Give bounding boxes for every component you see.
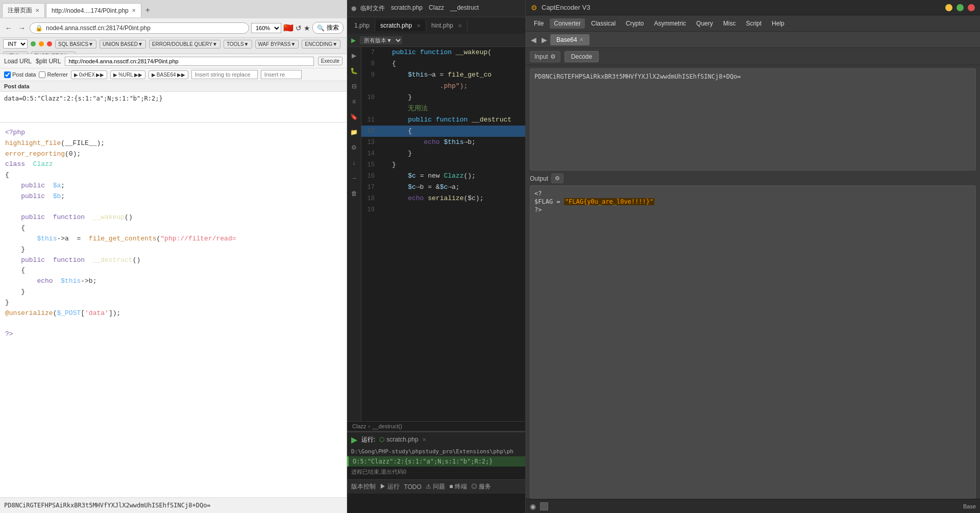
sidebar-bookmark-icon[interactable]: 🔖 (349, 111, 360, 123)
browser-tab-1[interactable]: 注册页面 ✕ (2, 3, 45, 17)
sidebar-delete-icon[interactable]: 🗑 (349, 188, 360, 199)
minimize-button[interactable] (945, 4, 952, 11)
toolbar-row: INT SQL BASICS▼ UNION BASED▼ ERROR/DOUBL… (0, 38, 347, 54)
run-path: D:\Gong\PHP-study\phpstudy_pro\Extension… (347, 447, 525, 456)
sidebar-align-icon[interactable]: ≡ (349, 96, 360, 107)
scratch-tab-close[interactable]: ✕ (416, 23, 421, 29)
tabs-prev-button[interactable]: ◀ (529, 35, 538, 45)
union-based-btn[interactable]: UNION BASED▼ (100, 40, 146, 48)
menu-script[interactable]: Script (742, 18, 766, 29)
ide-header: ⬢ 临时文件 scratch.php Clazz __destruct (347, 0, 525, 17)
star-button[interactable]: ★ (304, 24, 310, 32)
post-data-checkbox[interactable] (4, 71, 11, 78)
ide-bottom-nav-tabs: 版本控制 ▶ 运行 TODO ⚠ 问题 ■ 终端 ◎ 服务 (347, 479, 525, 494)
output-settings-button[interactable]: ⚙ (551, 174, 564, 183)
issues-tab[interactable]: ⚠ 问题 (426, 482, 445, 491)
hint-tab-close[interactable]: ✕ (458, 23, 462, 29)
sidebar-run-icon[interactable]: ▶ (349, 50, 360, 61)
replace-string-input[interactable] (191, 70, 258, 79)
url-encode-button[interactable]: ▶ %URL ▶▶ (110, 70, 145, 79)
ide-tab-1php[interactable]: 1.php (349, 20, 375, 31)
sidebar-settings-icon[interactable]: ⚙ (349, 142, 360, 153)
encoding-btn[interactable]: ENCODING▼ (302, 40, 340, 48)
tabs-next-button[interactable]: ▶ (540, 35, 549, 45)
new-tab-button[interactable]: + (142, 5, 153, 16)
forward-button[interactable]: → (16, 23, 28, 33)
menu-file[interactable]: File (530, 18, 548, 29)
error-query-btn[interactable]: ERROR/DOUBLE QUERY▼ (149, 40, 220, 48)
ide-menu-clazz[interactable]: Clazz (429, 4, 444, 13)
menu-crypto[interactable]: Crypto (622, 18, 648, 29)
output-line-1: <? (534, 190, 971, 197)
sidebar-split-icon[interactable]: ⊟ (349, 81, 360, 92)
browser-tab-2[interactable]: http://node4....174/P0int.php ✕ (46, 3, 141, 17)
tools-btn[interactable]: TOOLS▼ (224, 40, 252, 48)
zoom-select[interactable]: 160% (251, 23, 281, 33)
sidebar-debug-icon[interactable]: 🐛 (349, 65, 360, 77)
version-select[interactable]: 所有版本▼ (360, 36, 402, 44)
run-tab[interactable]: 运行: (361, 435, 375, 444)
todo-tab[interactable]: TODO (404, 483, 421, 491)
menu-classical[interactable]: Classical (587, 18, 620, 29)
tab2-close[interactable]: ✕ (132, 8, 136, 13)
sidebar-arrow-icon[interactable]: → (349, 173, 360, 184)
split-url-label[interactable]: $plit URL (36, 58, 61, 65)
status-icon-1[interactable]: ◉ (530, 502, 536, 510)
menu-misc[interactable]: Misc (719, 18, 740, 29)
menu-asymmetric[interactable]: Asymmetric (650, 18, 690, 29)
output-gear-icon: ⚙ (555, 175, 560, 182)
hex-arrow-icon: ▶ (74, 72, 78, 78)
0xhex-button[interactable]: ▶ 0xHEX ▶▶ (71, 70, 107, 79)
code-line-14: { (5, 265, 341, 276)
url-arrow-icon: ▶ (113, 72, 117, 78)
post-data-textarea[interactable] (0, 92, 347, 123)
menu-query[interactable]: Query (692, 18, 717, 29)
tab1-label: 注册页面 (8, 6, 32, 15)
post-options-row: Post data Referrer ▶ 0xHEX ▶▶ ▶ %URL ▶▶ … (0, 68, 347, 81)
refresh-button[interactable]: ↺ (296, 24, 302, 32)
post-data-checkbox-label[interactable]: Post data (4, 71, 36, 78)
encoder-panel: ⚙ CaptEncoder V3 File Converter Classica… (526, 0, 980, 513)
run-tab-main[interactable]: ▶ 运行 (380, 482, 400, 491)
close-button[interactable] (968, 4, 975, 11)
ide-tab-scratch[interactable]: scratch.php ✕ (375, 20, 426, 31)
sidebar-download-icon[interactable]: ↓ (349, 157, 360, 168)
waf-bypass-btn[interactable]: WAF BYPASS▼ (255, 40, 299, 48)
menu-help[interactable]: Help (768, 18, 789, 29)
encoder-app-icon: ⚙ (531, 4, 537, 12)
menu-converter[interactable]: Converter (550, 18, 585, 29)
sidebar-folder-icon[interactable]: 📁 (349, 127, 360, 138)
browser-panel: 注册页面 ✕ http://node4....174/P0int.php ✕ +… (0, 0, 347, 513)
encoder-tabs-bar: ◀ ▶ Base64 ✕ (526, 32, 980, 48)
ide-tab-hint[interactable]: hint.php ✕ (426, 20, 468, 31)
services-tab[interactable]: ◎ 服务 (471, 482, 491, 491)
base64-tab[interactable]: Base64 ✕ (550, 34, 590, 45)
scratch-run-tab[interactable]: ⬡ scratch.php ✕ (379, 436, 426, 443)
tab1-close[interactable]: ✕ (35, 8, 39, 13)
code-line-11: $this->a = file_get_contents("php://filt… (5, 234, 341, 245)
run-button[interactable]: ▶ (351, 37, 356, 44)
load-url-input[interactable] (65, 57, 313, 66)
execute-button[interactable]: Execute (318, 57, 342, 65)
status-square[interactable] (540, 502, 548, 510)
load-url-label[interactable]: Load URL (4, 58, 32, 65)
decode-button[interactable]: Decode (565, 51, 599, 62)
base64-tab-close[interactable]: ✕ (579, 37, 583, 42)
int-select[interactable]: INT (3, 39, 28, 48)
ide-menu-bar: 临时文件 scratch.php Clazz __destruct (360, 4, 479, 13)
version-control-tab[interactable]: 版本控制 (351, 482, 376, 491)
base64-encode-button[interactable]: ▶ BASE64 ▶▶ (149, 70, 188, 79)
terminal-tab[interactable]: ■ 终端 (449, 482, 467, 491)
encoder-input-textarea[interactable] (530, 69, 975, 170)
code-row-7: 7 public function __wakeup( (361, 47, 525, 58)
ide-menu-scratch[interactable]: scratch.php (391, 4, 423, 13)
sql-basics-btn[interactable]: SQL BASICS▼ (55, 40, 96, 48)
referrer-checkbox[interactable] (39, 71, 45, 78)
ide-menu-tempfile[interactable]: 临时文件 (360, 4, 385, 13)
scratch-run-close[interactable]: ✕ (422, 437, 426, 443)
back-button[interactable]: ← (3, 23, 14, 33)
maximize-button[interactable] (957, 4, 964, 11)
ide-menu-destruct[interactable]: __destruct (450, 4, 479, 13)
replace-with-input[interactable] (261, 70, 302, 79)
referrer-checkbox-label[interactable]: Referrer (39, 71, 67, 78)
